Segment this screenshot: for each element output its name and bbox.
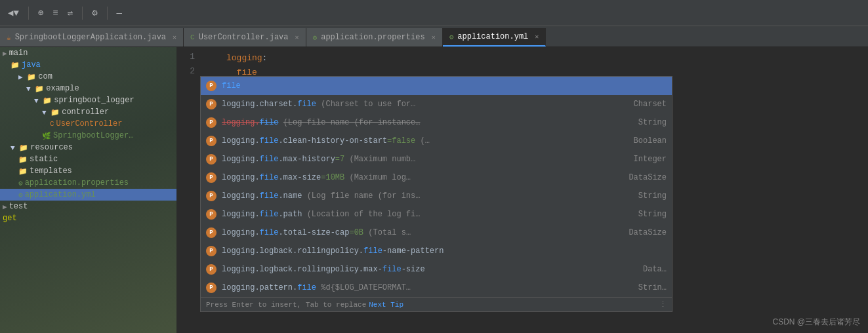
toolbar-back-icon[interactable]: ◀▼ [5, 6, 22, 20]
toolbar-list-icon[interactable]: ≡ [50, 7, 60, 20]
ac-text-blue: file [260, 191, 279, 201]
tree-item-java[interactable]: 📁 java [0, 59, 176, 71]
tree-label: springboot_logger [54, 96, 134, 105]
autocomplete-item-file[interactable]: P file [201, 77, 672, 95]
tree-item-com[interactable]: ▶ 📁 com [0, 71, 176, 83]
tree-item-get[interactable]: get [0, 212, 176, 224]
ac-text-green: =10MB [321, 173, 344, 182]
autocomplete-item-total-size-cap[interactable]: P logging.file.total-size-cap=0B (Total … [201, 224, 672, 242]
ac-text-gray: (Log file name (for instance… [283, 118, 421, 127]
tab-label: application.properties [321, 33, 424, 42]
ac-text-blue: file [260, 173, 279, 182]
ac-footer-dots: ⋮ [659, 300, 667, 309]
autocomplete-popup[interactable]: P file P logging.charset.file (Charset t… [200, 76, 672, 312]
toolbar-gear-icon[interactable]: ⚙ [89, 6, 100, 20]
ac-next-tip[interactable]: Next Tip [369, 301, 403, 309]
ac-text-normal: -name-pattern [382, 246, 444, 256]
tab-application-properties[interactable]: ⚙ application.properties ✕ [306, 28, 443, 47]
autocomplete-item-file-path[interactable]: P logging.file.path (Location of the log… [201, 205, 672, 224]
ac-text-normal: .max-history [278, 155, 335, 164]
ac-badge-p: P [206, 227, 217, 238]
props-file-icon: ⚙ [313, 33, 318, 42]
autocomplete-footer: Press Enter to insert, Tab to replace Ne… [201, 297, 672, 311]
tree-label: SpringbootLogger… [53, 131, 133, 140]
autocomplete-item-max-size[interactable]: P logging.file.max-size=10MB (Maximum lo… [201, 168, 672, 187]
tree-item-resources[interactable]: ▼ 📁 resources [0, 142, 176, 153]
ac-text-normal: logging. [222, 136, 260, 146]
autocomplete-item-file-name[interactable]: P logging.file.name (Log file name (for … [201, 187, 672, 205]
tab-close-icon[interactable]: ✕ [295, 33, 299, 41]
ac-text-gray: (Location of the log fi… [307, 210, 421, 219]
autocomplete-item-rolling-file-pattern[interactable]: P logging.logback.rollingpolicy.file-nam… [201, 242, 672, 260]
editor-content[interactable]: 1 2 logging: file P [177, 47, 868, 333]
tab-close-icon[interactable]: ✕ [173, 33, 176, 41]
tab-application-yml[interactable]: ⚙ application.yml ✕ [443, 28, 547, 47]
code-token-logging: logging [226, 51, 262, 66]
tree-label: java [22, 60, 41, 69]
tree-item-templates[interactable]: 📁 templates [0, 165, 176, 177]
yml-file-icon: ⚙ [449, 33, 454, 41]
ac-text-normal: logging. [222, 210, 260, 219]
autocomplete-item-charset-file[interactable]: P logging.charset.file (Charset to use f… [201, 95, 672, 113]
tree-item-application-yml[interactable]: ⚙ application.yml [0, 189, 176, 201]
sidebar-tree: ▶ main 📁 java ▶ 📁 com ▼ 📁 example ▼ 📁 sp… [0, 47, 176, 224]
code-line-1: logging: [226, 51, 267, 66]
autocomplete-item-pattern-file[interactable]: P logging.pattern.file %d{$LOG_DATEFORMA… [201, 279, 672, 297]
toolbar-add-icon[interactable]: ⊕ [35, 6, 46, 20]
ac-text-blue-strike: file [260, 118, 279, 127]
tree-item-user-controller[interactable]: C UserController [0, 118, 176, 130]
ac-text-blue: file [363, 246, 382, 256]
tree-label: templates [30, 166, 72, 176]
tree-item-test[interactable]: ▶ test [0, 201, 176, 212]
ac-text-gray: (Charset to use for… [321, 100, 415, 109]
ac-badge-p: P [206, 283, 217, 293]
ac-item-text: logging.file (Log file name (for instanc… [222, 118, 632, 127]
ac-badge-p: P [206, 172, 217, 183]
ac-item-type: Integer [634, 155, 667, 164]
tab-springboot-logger[interactable]: ☕ SpringbootLoggerApplication.java ✕ [0, 28, 184, 47]
ac-item-type: DataSize [629, 228, 667, 237]
ac-item-type: DataSize [629, 173, 667, 182]
tab-user-controller[interactable]: C UserController.java ✕ [184, 28, 306, 47]
tab-close-icon[interactable]: ✕ [535, 33, 539, 41]
ac-text-blue: file [260, 228, 279, 237]
tree-label: UserController [56, 119, 123, 128]
ac-badge-p: P [206, 136, 217, 146]
tree-item-controller[interactable]: ▼ 📁 controller [0, 106, 176, 118]
ac-item-type: Data… [643, 265, 667, 274]
ac-text-gray: (Total s… [368, 228, 411, 237]
toolbar-minimize-icon[interactable]: — [114, 7, 125, 20]
ac-item-type: Boolean [634, 136, 667, 146]
folder-icon: ▼ 📁 [34, 96, 52, 105]
autocomplete-item-max-history[interactable]: P logging.file.max-history=7 (Maximum nu… [201, 150, 672, 168]
tree-item-application-properties[interactable]: ⚙ application.properties [0, 177, 176, 189]
tree-item-main[interactable]: ▶ main [0, 47, 176, 59]
ac-item-text: logging.file.path (Location of the log f… [222, 210, 632, 219]
autocomplete-item-rolling-max-size[interactable]: P logging.logback.rollingpolicy.max-file… [201, 260, 672, 279]
autocomplete-item-clean-history[interactable]: P logging.file.clean-history-on-start=fa… [201, 132, 672, 150]
ac-text-blue: file [297, 100, 316, 109]
ac-item-text: logging.file.max-history=7 (Maximum numb… [222, 155, 627, 164]
main-area: ▶ main 📁 java ▶ 📁 com ▼ 📁 example ▼ 📁 sp… [0, 47, 868, 333]
tree-item-static[interactable]: 📁 static [0, 153, 176, 165]
spring-icon: 🌿 [42, 132, 51, 140]
tree-label: example [46, 84, 79, 93]
ac-text-blue: file [260, 210, 279, 219]
tree-label: controller [62, 108, 109, 117]
ac-text-normal: .name [278, 191, 302, 201]
tree-item-springbootlogger-app[interactable]: 🌿 SpringbootLogger… [0, 130, 176, 142]
tree-item-springboot-logger[interactable]: ▼ 📁 springboot_logger [0, 94, 176, 106]
ac-text-blue: file [382, 265, 402, 274]
toolbar-sync-icon[interactable]: ⇌ [65, 6, 75, 20]
ac-badge-p: P [206, 209, 217, 220]
folder-closed-icon: ▶ [3, 49, 7, 58]
ac-item-type: Charset [634, 100, 667, 109]
autocomplete-item-logging-file[interactable]: P logging.file (Log file name (for insta… [201, 113, 672, 132]
tab-close-icon[interactable]: ✕ [432, 33, 436, 41]
ac-text-gray: %d{$LOG_DATEFORMAT… [321, 283, 411, 292]
tree-item-example[interactable]: ▼ 📁 example [0, 83, 176, 94]
tab-label: UserController.java [199, 33, 289, 42]
ac-badge-p: P [206, 117, 217, 128]
ac-item-type: String [638, 191, 667, 201]
ac-text-green: =7 [335, 155, 344, 164]
